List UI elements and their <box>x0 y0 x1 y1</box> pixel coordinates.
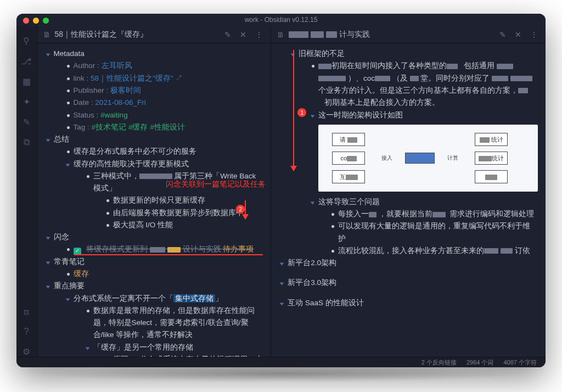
status-tag[interactable]: #waiting <box>100 111 128 119</box>
evergreen-link[interactable]: 缓存 <box>74 270 89 278</box>
author-link[interactable]: 左耳听风 <box>102 61 132 70</box>
template-icon[interactable]: ⧉ <box>24 137 30 147</box>
command-icon[interactable]: ✦ <box>23 97 30 107</box>
char-count: 4087 个字符 <box>503 359 537 367</box>
calendar-icon[interactable]: ✎ <box>23 117 30 127</box>
evergreen-heading: 常青笔记 <box>54 257 85 266</box>
more-icon[interactable]: ⋮ <box>253 30 265 39</box>
tag-item[interactable]: #技术笔记 <box>92 123 127 131</box>
status-bar: 2 个反向链接 2964 个词 4087 个字符 <box>16 357 546 367</box>
edit-icon[interactable]: ✎ <box>497 30 508 39</box>
close-tab-icon[interactable]: ✕ <box>238 30 249 39</box>
right-note-body: 旧框架的不足 初期在短时间内接入了各种类型的 包括通用 ）、coc （及 堂。同… <box>271 43 546 357</box>
right-note-title: 计与实践 <box>289 30 493 40</box>
canvas-icon[interactable]: ▦ <box>23 76 31 87</box>
maximize-window-icon[interactable] <box>43 18 49 24</box>
left-note-title: 58｜性能设计篇之『缓存』 <box>55 30 218 40</box>
source-link[interactable]: 58｜性能设计篇之"缓存" <box>91 74 173 82</box>
minimize-window-icon[interactable] <box>33 18 39 24</box>
metadata-heading: Metadata <box>54 49 85 58</box>
quick-switcher-icon[interactable]: ⚲ <box>23 36 30 46</box>
help-icon[interactable]: ? <box>24 327 29 337</box>
task-checkbox[interactable] <box>74 248 81 255</box>
word-count: 2964 个词 <box>467 359 494 367</box>
window-title: work - Obsidian v0.12.15 <box>245 16 318 24</box>
file-icon: 🗎 <box>277 30 284 39</box>
backlinks-count[interactable]: 2 个反向链接 <box>422 359 457 367</box>
graph-icon[interactable]: ⎇ <box>21 56 31 66</box>
flash-heading: 闪念 <box>54 233 69 241</box>
titlebar: work - Obsidian v0.12.15 <box>16 14 546 26</box>
highlights-heading: 重点摘要 <box>54 282 85 290</box>
left-ribbon: ⚲ ⎇ ▦ ✦ ✎ ⧉ ⧈ ? ⚙ <box>16 26 37 357</box>
close-window-icon[interactable] <box>23 18 29 24</box>
publisher-link[interactable]: 极客时间 <box>110 86 141 94</box>
settings-icon[interactable]: ⚙ <box>23 346 30 357</box>
file-icon: 🗎 <box>43 30 50 39</box>
tag-item[interactable]: #缓存 <box>128 123 148 131</box>
left-pane-tab: 🗎 58｜性能设计篇之『缓存』 ✎ ✕ ⋮ <box>37 26 271 43</box>
right-pane-tab: 🗎 计与实践 ✎ ✕ ⋮ <box>271 26 546 43</box>
date-link[interactable]: 2021-08-06_Fri <box>95 98 145 107</box>
close-tab-icon[interactable]: ✕ <box>513 30 524 39</box>
summary-heading: 总结 <box>54 135 69 143</box>
external-link-icon[interactable]: ↗ <box>175 74 183 82</box>
tag-item[interactable]: #性能设计 <box>150 123 185 131</box>
task-text: 将缓存模式更新到 设计与实践 待办事项 <box>86 245 254 253</box>
architecture-diagram: 请 统计 co 接入 计算 统计 互 <box>318 125 538 192</box>
edit-icon[interactable]: ✎ <box>222 30 233 39</box>
more-icon[interactable]: ⋮ <box>528 30 540 39</box>
left-note-body: Metadata Author : 左耳听风 link : 58｜性能设计篇之"… <box>37 43 271 357</box>
vault-icon[interactable]: ⧈ <box>24 307 29 317</box>
